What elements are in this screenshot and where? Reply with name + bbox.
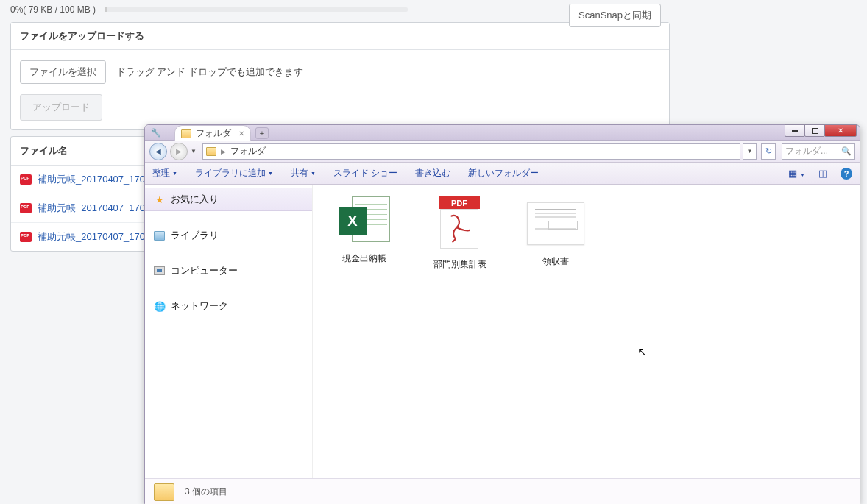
file-tile-excel[interactable]: X 現金出納帳 — [328, 196, 401, 265]
breadcrumb-item[interactable]: フォルダ — [230, 145, 266, 157]
cmd-burn[interactable]: 書き込む — [415, 167, 450, 180]
view-options-icon[interactable]: ▦ ▼ — [788, 168, 805, 179]
nav-label: コンピューター — [171, 264, 238, 277]
search-placeholder: フォルダ... — [785, 145, 828, 157]
nav-back-button[interactable]: ◀ — [149, 143, 167, 160]
file-link[interactable]: 補助元帳_20170407_1705 — [38, 173, 150, 186]
file-tile-pdf[interactable]: PDF 部門別集計表 — [423, 196, 497, 271]
cmd-new-folder[interactable]: 新しいフォルダー — [468, 167, 539, 180]
new-tab-button[interactable]: + — [255, 127, 269, 139]
tab-close-icon[interactable]: ✕ — [238, 129, 244, 138]
nav-libraries[interactable]: ライブラリ — [145, 224, 312, 246]
explorer-tab[interactable]: フォルダ ✕ — [174, 125, 251, 141]
explorer-search-input[interactable]: フォルダ... 🔍 — [782, 143, 855, 160]
search-icon: 🔍 — [841, 146, 852, 156]
tab-label: フォルダ — [196, 127, 231, 140]
cmd-organize[interactable]: 整理▼ — [152, 167, 177, 180]
breadcrumb-separator: ▶ — [221, 148, 226, 155]
file-label: 現金出納帳 — [328, 252, 401, 265]
file-link[interactable]: 補助元帳_20170407_1703 — [38, 230, 150, 244]
nav-label: お気に入り — [171, 193, 219, 206]
pdf-icon — [20, 232, 32, 242]
nav-history-dropdown[interactable]: ▼ — [191, 148, 197, 155]
address-dropdown[interactable]: ▼ — [743, 143, 757, 160]
status-text: 3 個の項目 — [185, 486, 227, 498]
preview-pane-icon[interactable]: ◫ — [818, 168, 827, 179]
file-tile-receipt[interactable]: 領収書 — [519, 196, 592, 268]
window-minimize-button[interactable] — [785, 124, 805, 137]
upload-button[interactable]: アップロード — [20, 94, 102, 121]
libraries-icon — [154, 231, 165, 241]
refresh-button[interactable]: ↻ — [761, 143, 776, 160]
cmd-share[interactable]: 共有▼ — [291, 167, 316, 180]
explorer-content[interactable]: X 現金出納帳 PDF 部門別集計表 領収書 — [313, 185, 860, 478]
pdf-icon: PDF — [434, 196, 486, 254]
file-link[interactable]: 補助元帳_20170407_1703 — [38, 202, 150, 215]
explorer-status-bar: 3 個の項目 — [145, 478, 860, 504]
cmd-slideshow[interactable]: スライド ショー — [333, 167, 397, 180]
file-label: 部門別集計表 — [423, 258, 497, 271]
dragdrop-hint: ドラッグ アンド ドロップでも追加できます — [116, 65, 303, 79]
window-close-button[interactable]: ✕ — [824, 124, 857, 137]
network-icon: 🌐 — [154, 302, 165, 311]
nav-favorites[interactable]: ★ お気に入り — [145, 188, 312, 211]
cmd-add-to-library[interactable]: ライブラリに追加▼ — [195, 167, 273, 180]
folder-icon — [154, 483, 174, 501]
pdf-icon — [20, 203, 32, 213]
storage-bar — [105, 7, 408, 12]
folder-icon — [181, 129, 191, 138]
address-bar[interactable]: ▶ フォルダ — [202, 143, 740, 160]
nav-label: ネットワーク — [171, 299, 228, 313]
document-icon — [527, 202, 584, 245]
explorer-titlebar[interactable]: 🔧 フォルダ ✕ + ✕ — [145, 125, 860, 141]
tools-icon[interactable]: 🔧 — [151, 128, 161, 138]
folder-icon — [206, 147, 216, 156]
upload-panel: ファイルをアップロードする ファイルを選択 ドラッグ アンド ドロップでも追加で… — [10, 22, 670, 130]
explorer-command-bar: 整理▼ ライブラリに追加▼ 共有▼ スライド ショー 書き込む 新しいフォルダー… — [145, 163, 860, 185]
pdf-icon — [20, 174, 32, 185]
explorer-window: 🔧 フォルダ ✕ + ✕ ◀ ▶ ▼ ▶ フォルダ ▼ ↻ フォルダ... 🔍 … — [144, 124, 860, 504]
nav-forward-button[interactable]: ▶ — [170, 143, 188, 160]
nav-label: ライブラリ — [171, 229, 219, 242]
window-maximize-button[interactable] — [804, 124, 825, 137]
file-label: 領収書 — [519, 255, 592, 268]
explorer-nav-pane: ★ お気に入り ライブラリ コンピューター 🌐 ネットワーク — [145, 185, 313, 478]
scansnap-sync-button[interactable]: ScanSnapと同期 — [569, 4, 661, 27]
nav-network[interactable]: 🌐 ネットワーク — [145, 295, 312, 317]
explorer-address-row: ◀ ▶ ▼ ▶ フォルダ ▼ ↻ フォルダ... 🔍 — [145, 141, 860, 163]
help-icon[interactable]: ? — [841, 168, 852, 180]
choose-file-button[interactable]: ファイルを選択 — [20, 60, 106, 84]
computer-icon — [154, 266, 165, 275]
nav-computer[interactable]: コンピューター — [145, 260, 312, 282]
storage-usage: 0%( 79 KB / 100 MB ) — [10, 4, 96, 15]
excel-icon: X — [339, 196, 390, 248]
star-icon: ★ — [154, 194, 165, 205]
